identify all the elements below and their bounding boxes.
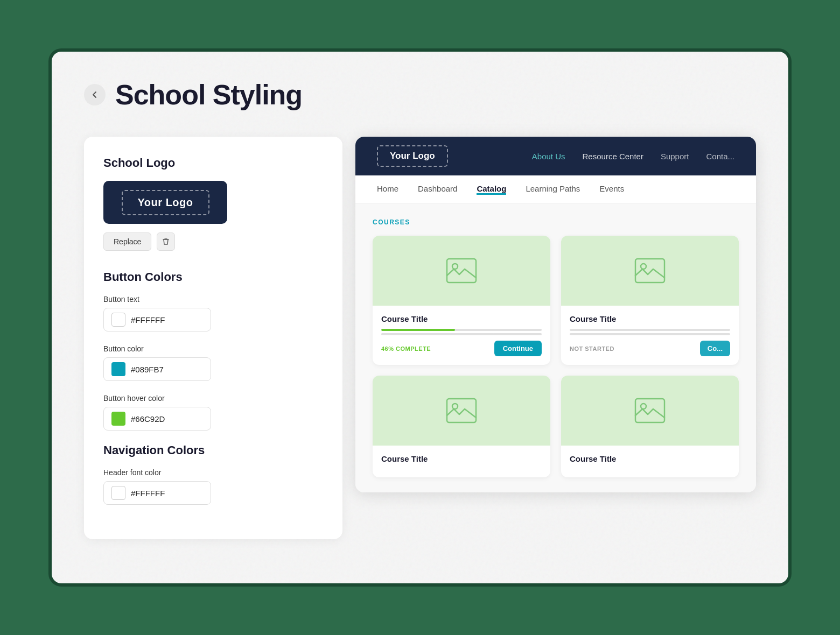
button-color-label: Button color bbox=[103, 344, 323, 353]
button-text-label: Button text bbox=[103, 295, 323, 304]
course-footer-2: NOT STARTED Co... bbox=[570, 341, 730, 356]
course-thumb-2 bbox=[561, 236, 739, 306]
preview-panel: Your Logo About Us Resource Center Suppo… bbox=[355, 137, 756, 492]
preview-nav-resource[interactable]: Resource Center bbox=[583, 152, 643, 161]
progress-fill-1a bbox=[381, 329, 455, 331]
logo-dashed-box: Your Logo bbox=[122, 190, 209, 215]
delete-logo-button[interactable] bbox=[157, 232, 175, 251]
page-header: School Styling bbox=[84, 79, 756, 111]
course-card-2: Course Title bbox=[561, 236, 739, 365]
preview-logo-text: Your Logo bbox=[390, 151, 435, 161]
continue-button-1[interactable]: Continue bbox=[494, 341, 542, 356]
button-color-swatch bbox=[111, 362, 125, 376]
replace-logo-button[interactable]: Replace bbox=[103, 232, 151, 251]
image-icon-3 bbox=[445, 397, 478, 424]
courses-label: COURSES bbox=[373, 218, 739, 226]
course-info-3: Course Title bbox=[373, 446, 550, 477]
course-title-1: Course Title bbox=[381, 314, 542, 323]
button-color-value: #089FB7 bbox=[131, 365, 164, 374]
button-hover-input[interactable]: #66C92D bbox=[103, 407, 211, 431]
button-text-color-input[interactable]: #FFFFFF bbox=[103, 308, 211, 331]
button-color-field: Button color #089FB7 bbox=[103, 344, 323, 381]
progress-fill-1b bbox=[381, 333, 494, 335]
courses-grid: Course Title bbox=[373, 236, 739, 477]
course-card-4: Course Title bbox=[561, 376, 739, 477]
preview-nav-support[interactable]: Support bbox=[661, 152, 689, 161]
preview-body: COURSES bbox=[355, 203, 756, 492]
course-card-1: Course Title bbox=[373, 236, 550, 365]
progress-bars-1 bbox=[381, 329, 542, 335]
course-title-4: Course Title bbox=[570, 454, 730, 463]
course-footer-1: 46% COMPLETE Continue bbox=[381, 341, 542, 356]
progress-bar-row-1a bbox=[381, 329, 542, 331]
button-text-field: Button text #FFFFFF bbox=[103, 295, 323, 331]
preview-header: Your Logo About Us Resource Center Suppo… bbox=[355, 137, 756, 175]
logo-preview: Your Logo bbox=[103, 181, 227, 224]
course-thumb-3 bbox=[373, 376, 550, 446]
back-button[interactable] bbox=[84, 84, 106, 105]
not-started-label-2: NOT STARTED bbox=[570, 345, 614, 352]
inner-frame: School Styling School Logo Your Logo bbox=[52, 52, 788, 583]
button-text-color-swatch bbox=[111, 313, 125, 327]
page-title: School Styling bbox=[115, 79, 302, 111]
logo-actions: Replace bbox=[103, 232, 323, 251]
course-thumb-1 bbox=[373, 236, 550, 306]
button-color-input[interactable]: #089FB7 bbox=[103, 357, 211, 381]
subnav-catalog[interactable]: Catalog bbox=[477, 184, 506, 195]
course-title-2: Course Title bbox=[570, 314, 730, 323]
outer-frame: School Styling School Logo Your Logo bbox=[48, 48, 792, 587]
course-card-3: Course Title bbox=[373, 376, 550, 477]
preview-subnav: Home Dashboard Catalog Learning Paths Ev… bbox=[355, 175, 756, 203]
preview-logo-area: Your Logo bbox=[377, 145, 448, 167]
button-hover-field: Button hover color #66C92D bbox=[103, 394, 323, 431]
preview-nav: About Us Resource Center Support Conta..… bbox=[532, 152, 734, 161]
progress-bar-row-2a bbox=[570, 329, 730, 331]
subnav-dashboard[interactable]: Dashboard bbox=[418, 184, 457, 194]
header-font-field: Header font color #FFFFFF bbox=[103, 468, 323, 505]
button-hover-value: #66C92D bbox=[131, 414, 165, 424]
subnav-learning-paths[interactable]: Learning Paths bbox=[526, 184, 580, 194]
progress-bar-row-2b bbox=[570, 333, 730, 335]
header-font-value: #FFFFFF bbox=[131, 489, 165, 498]
button-hover-label: Button hover color bbox=[103, 394, 323, 403]
course-title-3: Course Title bbox=[381, 454, 542, 463]
button-colors-section: Button Colors Button text #FFFFFF Button… bbox=[103, 270, 323, 431]
content-area: School Styling School Logo Your Logo bbox=[52, 52, 788, 572]
navigation-colors-section: Navigation Colors Header font color #FFF… bbox=[103, 443, 323, 505]
navigation-colors-title: Navigation Colors bbox=[103, 443, 323, 457]
progress-bar-row-1b bbox=[381, 333, 542, 335]
svg-point-5 bbox=[452, 404, 458, 409]
image-icon-4 bbox=[634, 397, 666, 424]
svg-point-1 bbox=[452, 264, 458, 269]
header-font-swatch bbox=[111, 486, 125, 500]
course-info-2: Course Title bbox=[561, 306, 739, 365]
course-info-4: Course Title bbox=[561, 446, 739, 477]
button-hover-swatch bbox=[111, 412, 125, 426]
progress-bars-2 bbox=[570, 329, 730, 335]
svg-point-7 bbox=[641, 404, 646, 409]
course-thumb-4 bbox=[561, 376, 739, 446]
button-text-color-value: #FFFFFF bbox=[131, 315, 165, 324]
main-layout: School Logo Your Logo Replace bbox=[84, 137, 756, 539]
image-icon-1 bbox=[445, 257, 478, 284]
svg-point-3 bbox=[641, 264, 646, 269]
preview-logo-dashed: Your Logo bbox=[377, 145, 448, 167]
subnav-home[interactable]: Home bbox=[377, 184, 398, 194]
preview-nav-about[interactable]: About Us bbox=[532, 152, 565, 161]
left-panel: School Logo Your Logo Replace bbox=[84, 137, 342, 539]
continue-button-2[interactable]: Co... bbox=[700, 341, 730, 356]
button-colors-title: Button Colors bbox=[103, 270, 323, 284]
logo-section: School Logo Your Logo Replace bbox=[103, 156, 323, 251]
subnav-events[interactable]: Events bbox=[599, 184, 624, 194]
course-info-1: Course Title bbox=[373, 306, 550, 365]
image-icon-2 bbox=[634, 257, 666, 284]
progress-label-1: 46% COMPLETE bbox=[381, 345, 431, 352]
header-font-input[interactable]: #FFFFFF bbox=[103, 481, 211, 505]
logo-section-title: School Logo bbox=[103, 156, 323, 170]
header-font-label: Header font color bbox=[103, 468, 323, 477]
preview-nav-contact[interactable]: Conta... bbox=[706, 152, 734, 161]
logo-text: Your Logo bbox=[138, 196, 193, 208]
